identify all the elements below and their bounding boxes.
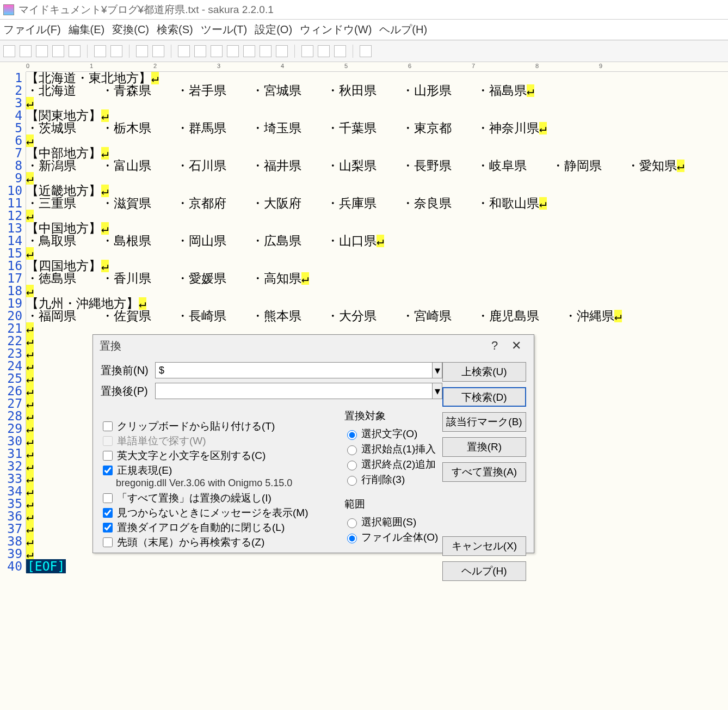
dropdown-icon[interactable]: ▾ [433,383,442,399]
outline-icon[interactable] [276,45,288,57]
new-icon[interactable] [3,45,15,57]
code-line[interactable]: ・福岡県 ・佐賀県 ・長崎県 ・熊本県 ・大分県 ・宮崎県 ・鹿児島県 ・沖縄県… [26,310,684,322]
dropdown-icon[interactable]: ▾ [433,362,442,378]
code-line[interactable]: 【北海道・東北地方】↵ [26,72,684,84]
check-case[interactable] [103,451,113,461]
radio-range-1[interactable] [347,534,357,543]
up-search-button[interactable]: 上検索(U) [442,362,526,382]
config-icon[interactable] [301,45,313,57]
help-button[interactable]: ヘルプ(H) [442,561,526,581]
line-number: 4 [0,109,22,122]
down-search-button[interactable]: 下検索(D) [442,387,526,407]
list-icon[interactable] [360,45,372,57]
line-number: 6 [0,134,22,147]
back-icon[interactable] [152,45,164,57]
line-number: 30 [0,435,22,448]
code-line[interactable]: 【九州・沖縄地方】↵ [26,297,684,310]
code-line[interactable]: ・北海道 ・青森県 ・岩手県 ・宮城県 ・秋田県 ・山形県 ・福島県↵ [26,84,684,97]
dialog-help-icon[interactable]: ? [484,339,505,353]
line-number: 2 [0,84,22,97]
dialog-close-icon[interactable]: ✕ [505,339,527,353]
line-number: 38 [0,535,22,548]
mark-button[interactable]: 該当行マーク(B) [442,412,526,432]
eol-mark: ↵ [26,510,34,523]
check-word [103,436,113,446]
radio-target-1[interactable] [347,445,357,455]
code-line[interactable]: ・茨城県 ・栃木県 ・群馬県 ・埼玉県 ・千葉県 ・東京都 ・神奈川県↵ [26,122,684,134]
wrap-icon[interactable] [334,45,346,57]
menu-item-5[interactable]: 設定(O) [255,22,292,37]
code-line[interactable]: ↵ [26,322,684,335]
code-line[interactable]: 【中国地方】↵ [26,222,684,235]
radio-target-3[interactable] [347,476,357,486]
check-wrap-label: 先頭（末尾）から再検索する(Z) [117,535,264,549]
ruler-mark: 9 [599,63,602,69]
ruler-mark: 0 [26,63,29,69]
radio-range-0[interactable] [347,518,357,528]
code-line[interactable]: ・三重県 ・滋賀県 ・京都府 ・大阪府 ・兵庫県 ・奈良県 ・和歌山県↵ [26,197,684,210]
cancel-button[interactable]: キャンセル(X) [442,536,526,556]
menu-item-1[interactable]: 編集(E) [69,22,105,37]
replace-after-label: 置換後(P) [101,384,155,399]
code-line[interactable]: ・徳島県 ・香川県 ・愛媛県 ・高知県↵ [26,272,684,285]
code-line[interactable]: ↵ [26,285,684,297]
eol-mark: ↵ [101,109,109,122]
check-clipboard[interactable] [103,421,113,431]
menu-item-0[interactable]: ファイル(F) [3,22,61,37]
color-icon[interactable] [318,45,330,57]
eol-mark: ↵ [26,460,34,473]
code-line[interactable]: ↵ [26,247,684,260]
code-line[interactable]: 【関東地方】↵ [26,109,684,122]
undo-icon[interactable] [94,45,106,57]
prev-icon[interactable] [211,45,223,57]
code-line[interactable]: 【近畿地方】↵ [26,185,684,197]
line-number: 13 [0,222,22,235]
line-number: 34 [0,485,22,498]
play-icon[interactable] [36,45,48,57]
saveall-icon[interactable] [69,45,81,57]
radio-target-2[interactable] [347,461,357,470]
search-icon[interactable] [178,45,190,57]
eol-mark: ↵ [101,147,109,160]
code-line[interactable]: ・新潟県 ・富山県 ・石川県 ・福井県 ・山梨県 ・長野県 ・岐阜県 ・静岡県 … [26,160,684,172]
next-icon[interactable] [194,45,206,57]
eol-mark: ↵ [26,210,34,222]
open-icon[interactable] [20,45,32,57]
code-line[interactable]: 【四国地方】↵ [26,260,684,272]
line-number: 32 [0,460,22,473]
eol-mark: ↵ [26,535,34,548]
code-line[interactable]: ↵ [26,97,684,109]
jump-icon[interactable] [136,45,148,57]
code-line[interactable]: ・鳥取県 ・島根県 ・岡山県 ・広島県 ・山口県↵ [26,235,684,247]
ruler-mark: 3 [217,63,220,69]
code-line[interactable]: 【中部地方】↵ [26,147,684,160]
code-line[interactable]: ↵ [26,134,684,147]
replace-before-input[interactable] [155,362,433,378]
mark-icon[interactable] [243,45,255,57]
menu-item-6[interactable]: ウィンドウ(W) [300,22,372,37]
replace-icon[interactable] [227,45,239,57]
check-autoclose-label: 置換ダイアログを自動的に閉じる(L) [117,521,285,535]
menu-item-3[interactable]: 検索(S) [157,22,193,37]
check-regex-label: 正規表現(E) [117,463,172,478]
ruler-mark: 2 [153,63,157,69]
replace-button[interactable]: 置換(R) [442,437,526,457]
replace-all-button[interactable]: すべて置換(A) [442,462,526,482]
code-line[interactable]: ↵ [26,172,684,185]
menu-item-2[interactable]: 変換(C) [112,22,149,37]
menu-item-7[interactable]: ヘルプ(H) [379,22,427,37]
redo-icon[interactable] [110,45,122,57]
check-repeat[interactable] [103,493,113,503]
replace-after-input[interactable] [155,383,433,399]
code-line[interactable]: ↵ [26,210,684,222]
check-wrap[interactable] [103,537,113,547]
check-autoclose[interactable] [103,523,113,532]
check-msg[interactable] [103,508,113,518]
eol-mark: ↵ [26,473,34,485]
check-regex[interactable] [103,466,113,475]
save-icon[interactable] [52,45,64,57]
menu-item-4[interactable]: ツール(T) [201,22,248,37]
grep-icon[interactable] [260,45,272,57]
line-number: 12 [0,210,22,222]
radio-target-0[interactable] [347,430,357,440]
